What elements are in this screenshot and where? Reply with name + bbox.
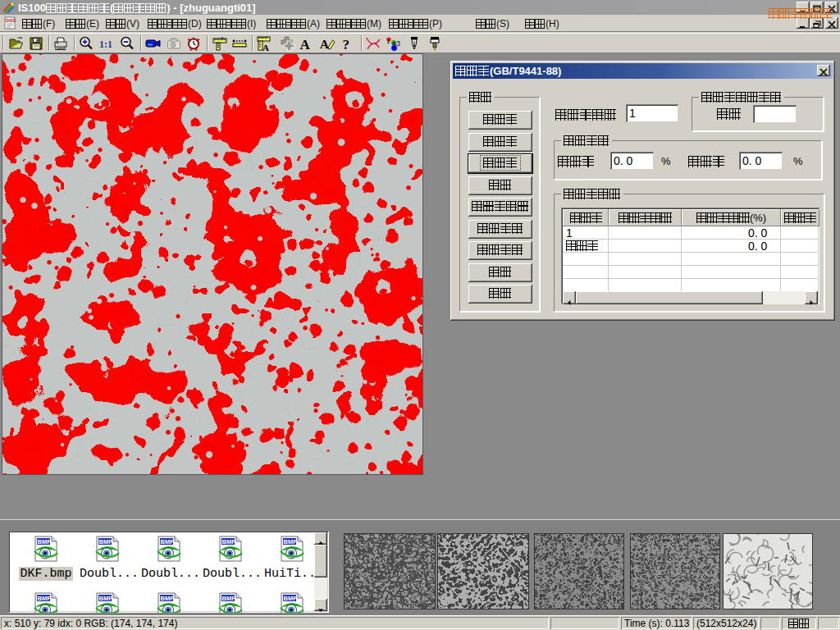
- svg-text:BMP: BMP: [99, 538, 113, 546]
- svg-text:BMP: BMP: [161, 595, 175, 602]
- svg-text:BMP: BMP: [38, 595, 52, 602]
- svg-text:A: A: [300, 37, 311, 52]
- svg-text:?: ?: [343, 37, 350, 52]
- svg-text:BMP: BMP: [284, 538, 298, 546]
- svg-text:1:1: 1:1: [99, 39, 112, 50]
- svg-text:1: 1: [386, 38, 390, 45]
- svg-text:BMP: BMP: [161, 538, 175, 546]
- svg-text:DOC: DOC: [6, 18, 16, 23]
- svg-text:A: A: [262, 43, 269, 52]
- svg-text:A: A: [320, 38, 329, 51]
- svg-text:BMP: BMP: [99, 595, 113, 602]
- svg-text:3: 3: [396, 39, 400, 48]
- svg-text:BMP: BMP: [222, 538, 236, 546]
- svg-text:BMP: BMP: [38, 538, 52, 546]
- svg-text:BMP: BMP: [284, 595, 298, 602]
- svg-text:BMP: BMP: [222, 595, 236, 602]
